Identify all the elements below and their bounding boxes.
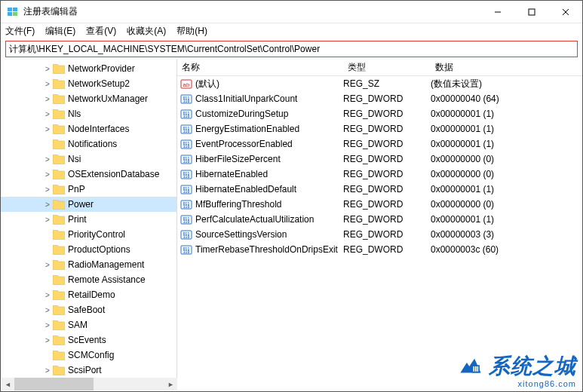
- tree-node[interactable]: PriorityControl: [1, 227, 176, 242]
- tree-node[interactable]: >ScEvents: [1, 332, 176, 348]
- dword-value-icon: 011110: [180, 123, 192, 135]
- expander-icon[interactable]: >: [43, 216, 52, 224]
- maximize-button[interactable]: [514, 1, 548, 23]
- expander-icon[interactable]: >: [43, 336, 52, 345]
- expander-icon[interactable]: >: [43, 185, 52, 194]
- expander-icon[interactable]: >: [43, 65, 52, 73]
- tree-node[interactable]: >PnP: [1, 182, 176, 197]
- tree-node[interactable]: >NetworkProvider: [1, 61, 176, 76]
- tree-node[interactable]: Notifications: [1, 136, 176, 152]
- tree-node-label: Remote Assistance: [68, 274, 146, 285]
- scroll-track[interactable]: [14, 378, 164, 390]
- tree-node[interactable]: >OSExtensionDatabase: [1, 167, 176, 182]
- svg-text:110: 110: [183, 129, 190, 133]
- value-row[interactable]: 011110CustomizeDuringSetupREG_DWORD0x000…: [177, 106, 582, 121]
- menu-file[interactable]: 文件(F): [5, 25, 35, 38]
- value-row[interactable]: 011110SourceSettingsVersionREG_DWORD0x00…: [177, 227, 582, 242]
- menu-favorites[interactable]: 收藏夹(A): [127, 25, 166, 38]
- svg-text:110: 110: [183, 234, 190, 239]
- value-row[interactable]: 011110Class1InitialUnparkCountREG_DWORD0…: [177, 91, 582, 106]
- scroll-left-button[interactable]: ◄: [2, 378, 14, 390]
- tree-node[interactable]: >ScsiPort: [1, 363, 176, 378]
- expander-icon[interactable]: >: [43, 201, 52, 209]
- tree-node[interactable]: >Nsi: [1, 152, 176, 167]
- expander-icon[interactable]: >: [43, 306, 52, 314]
- scroll-right-button[interactable]: ►: [164, 378, 177, 390]
- value-row[interactable]: 011110EventProcessorEnabledREG_DWORD0x00…: [177, 136, 582, 152]
- minimize-button[interactable]: [480, 1, 514, 23]
- expander-icon[interactable]: >: [43, 291, 52, 299]
- dword-value-icon: 011110: [180, 228, 192, 240]
- column-name[interactable]: 名称: [177, 61, 343, 74]
- value-row[interactable]: 011110TimerRebaseThresholdOnDripsExitREG…: [177, 242, 582, 257]
- column-type[interactable]: 类型: [343, 61, 431, 74]
- value-type: REG_DWORD: [343, 244, 431, 255]
- svg-text:ab: ab: [183, 81, 190, 88]
- value-row[interactable]: 011110MfBufferingThresholdREG_DWORD0x000…: [177, 197, 582, 212]
- address-bar[interactable]: 计算机\HKEY_LOCAL_MACHINE\SYSTEM\CurrentCon…: [5, 41, 578, 57]
- tree-node[interactable]: >NodeInterfaces: [1, 121, 176, 136]
- list-body[interactable]: ab(默认)REG_SZ(数值未设置)011110Class1InitialUn…: [177, 76, 582, 257]
- tree-node[interactable]: >NetworkUxManager: [1, 91, 176, 106]
- dword-value-icon: 011110: [180, 198, 192, 210]
- tree-node[interactable]: >Print: [1, 212, 176, 227]
- folder-icon: [53, 230, 65, 240]
- dword-value-icon: 011110: [180, 153, 192, 165]
- tree-node[interactable]: >SafeBoot: [1, 302, 176, 317]
- value-row[interactable]: 011110HiberFileSizePercentREG_DWORD0x000…: [177, 152, 582, 167]
- column-data[interactable]: 数据: [431, 61, 582, 74]
- menu-edit[interactable]: 编辑(E): [45, 25, 75, 38]
- tree-node[interactable]: >RadioManagement: [1, 257, 176, 272]
- menu-view[interactable]: 查看(V): [86, 25, 116, 38]
- tree-node[interactable]: SCMConfig: [1, 348, 176, 363]
- tree-node[interactable]: >RetailDemo: [1, 287, 176, 302]
- tree-scrollbar[interactable]: ◄ ►: [2, 378, 177, 390]
- expander-icon[interactable]: >: [43, 366, 52, 375]
- tree-node[interactable]: >Nls: [1, 106, 176, 121]
- value-row[interactable]: 011110PerfCalculateActualUtilizationREG_…: [177, 212, 582, 227]
- value-row[interactable]: 011110HibernateEnabledREG_DWORD0x0000000…: [177, 167, 582, 182]
- svg-text:110: 110: [183, 159, 190, 164]
- dword-value-icon: 011110: [180, 93, 192, 105]
- scroll-thumb[interactable]: [14, 378, 94, 390]
- expander-icon[interactable]: >: [43, 170, 52, 179]
- value-row[interactable]: 011110HibernateEnabledDefaultREG_DWORD0x…: [177, 182, 582, 197]
- folder-icon: [53, 215, 65, 225]
- tree-node[interactable]: >NetworkSetup2: [1, 76, 176, 91]
- folder-icon: [53, 305, 65, 315]
- tree-node[interactable]: >Power: [1, 197, 176, 212]
- value-row[interactable]: ab(默认)REG_SZ(数值未设置): [177, 76, 582, 91]
- tree-panel[interactable]: >NetworkProvider>NetworkSetup2>NetworkUx…: [1, 60, 177, 385]
- value-type: REG_DWORD: [343, 154, 431, 164]
- svg-rect-0: [8, 8, 12, 11]
- expander-icon[interactable]: >: [43, 80, 52, 88]
- svg-rect-3: [13, 12, 17, 16]
- expander-icon[interactable]: >: [43, 321, 52, 329]
- value-type: REG_DWORD: [343, 199, 431, 210]
- expander-icon[interactable]: >: [43, 110, 52, 118]
- folder-icon: [53, 109, 65, 119]
- value-row[interactable]: 011110EnergyEstimationEnabledREG_DWORD0x…: [177, 121, 582, 136]
- tree-node-label: ScEvents: [68, 335, 106, 345]
- expander-icon[interactable]: >: [43, 155, 52, 164]
- main-area: >NetworkProvider>NetworkSetup2>NetworkUx…: [1, 60, 582, 385]
- values-panel: 名称 类型 数据 ab(默认)REG_SZ(数值未设置)011110Class1…: [177, 60, 582, 385]
- folder-icon: [53, 64, 65, 74]
- expander-icon[interactable]: >: [43, 125, 52, 133]
- folder-icon: [53, 155, 65, 164]
- tree-node[interactable]: >SAM: [1, 317, 176, 332]
- tree-node-label: NetworkUxManager: [68, 93, 148, 104]
- close-button[interactable]: [548, 1, 582, 23]
- tree-node[interactable]: ProductOptions: [1, 242, 176, 257]
- expander-icon[interactable]: >: [43, 261, 52, 269]
- value-type: REG_DWORD: [343, 184, 431, 194]
- window-title: 注册表编辑器: [23, 5, 480, 18]
- tree-node[interactable]: Remote Assistance: [1, 272, 176, 287]
- menu-help[interactable]: 帮助(H): [176, 25, 207, 38]
- folder-icon: [53, 94, 65, 104]
- titlebar: 注册表编辑器: [1, 1, 582, 23]
- dword-value-icon: 011110: [180, 168, 192, 180]
- svg-rect-2: [8, 12, 12, 16]
- expander-icon[interactable]: >: [43, 95, 52, 103]
- folder-icon: [53, 170, 65, 179]
